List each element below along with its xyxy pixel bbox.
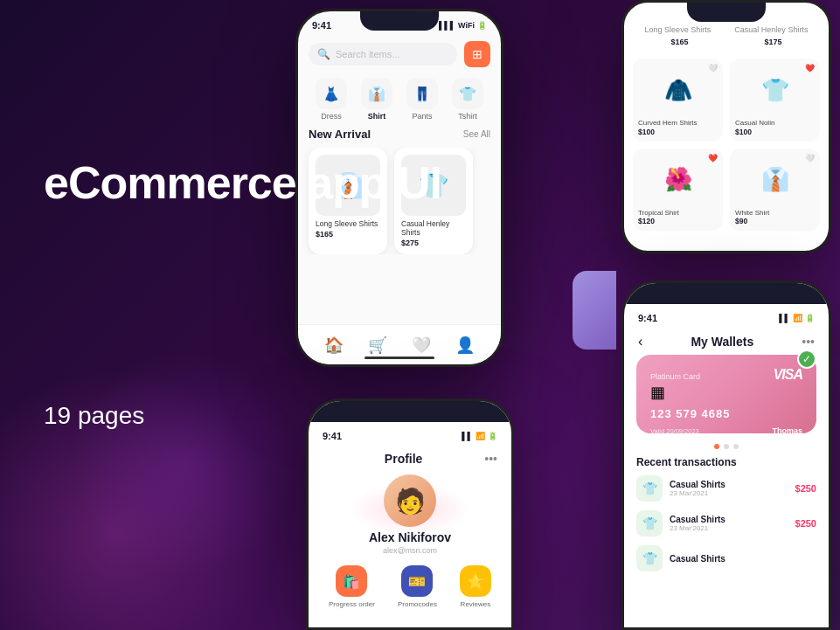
- dress-icon: 👗: [316, 78, 347, 109]
- catalog-notch: [687, 3, 766, 22]
- wallet-time: 9:41: [638, 313, 657, 323]
- catalog-image-5: 🌺: [638, 154, 718, 206]
- tx-name-2: Casual Shirts: [670, 515, 725, 524]
- catalog-card-4[interactable]: ❤️ 👕 Casual Nolin $100: [730, 59, 820, 142]
- profile-menu-icon[interactable]: •••: [484, 452, 497, 466]
- heart-icon-4[interactable]: ❤️: [805, 64, 815, 73]
- profile-email: alex@msn.com: [309, 546, 511, 555]
- promos-icon: 🎫: [401, 565, 433, 597]
- category-tshirt[interactable]: 👕 Tshirt: [452, 78, 483, 121]
- category-dress[interactable]: 👗 Dress: [316, 78, 347, 121]
- catalog-card-6[interactable]: 🤍 👔 White Shirt $90: [730, 149, 820, 232]
- profile-action-orders[interactable]: 🛍️ Progress order: [329, 565, 375, 608]
- catalog-card-5[interactable]: ❤️ 🌺 Tropical Shirt $120: [633, 149, 723, 232]
- shirt-icon: 👔: [361, 78, 392, 109]
- wallet-back-button[interactable]: ‹: [638, 334, 642, 350]
- transaction-3[interactable]: 👕 Casual Shirts: [636, 545, 816, 571]
- catalog-grid: 🤍 🧥 Curved Hem Shirts $100 ❤️ 👕 Casual N…: [624, 53, 829, 239]
- orders-label: Progress order: [329, 600, 375, 608]
- card-check-icon: ✓: [797, 350, 816, 369]
- wallet-menu-icon[interactable]: •••: [802, 335, 815, 349]
- dot-1[interactable]: [714, 444, 719, 449]
- profile-actions: 🛍️ Progress order 🎫 Promocodes ⭐ Reviewe…: [309, 562, 511, 612]
- profile-header: Profile •••: [309, 445, 511, 469]
- catalog-price-1: $165: [670, 38, 688, 46]
- tx-date-1: 23 Mar'2021: [670, 489, 725, 497]
- tx-image-3: 👕: [636, 545, 663, 571]
- card-valid: Valid 20/09/2023: [650, 427, 699, 435]
- search-input-wrap[interactable]: 🔍 Search items...: [309, 43, 457, 66]
- catalog-name-5: Tropical Shirt: [638, 209, 718, 218]
- credit-card-wrap: Platinum Card ▦ 123 579 4685 Valid 20/09…: [624, 355, 829, 440]
- credit-card[interactable]: Platinum Card ▦ 123 579 4685 Valid 20/09…: [636, 355, 816, 433]
- tx-date-2: 23 Mar'2021: [670, 524, 725, 532]
- profile-signal: ▌▌: [462, 432, 473, 440]
- phone-notch: [360, 11, 439, 31]
- dot-2[interactable]: [724, 444, 729, 449]
- wallet-status-bar: 9:41 ▌▌ 📶 🔋: [624, 304, 829, 327]
- catalog-name-6: White Shirt: [735, 209, 815, 218]
- avatar-wrap: 🧑: [309, 474, 511, 527]
- search-placeholder: Search items...: [336, 49, 399, 59]
- profile-wifi: 📶: [476, 432, 485, 440]
- tx-image-1: 👕: [636, 475, 663, 502]
- catalog-card-3[interactable]: 🤍 🧥 Curved Hem Shirts $100: [633, 59, 723, 142]
- wifi-icon: WiFi: [458, 21, 475, 30]
- wallet-wifi: 📶: [793, 314, 802, 322]
- filter-button[interactable]: ⊞: [464, 41, 490, 67]
- orders-icon: 🛍️: [336, 565, 367, 597]
- reviews-icon: ⭐: [460, 565, 491, 597]
- tx-left-1: 👕 Casual Shirts 23 Mar'2021: [636, 475, 725, 502]
- pants-icon: 👖: [406, 78, 438, 109]
- profile-action-promos[interactable]: 🎫 Promocodes: [398, 565, 437, 608]
- transactions-list: 👕 Casual Shirts 23 Mar'2021 $250 👕 Casua…: [624, 475, 829, 571]
- heart-icon-3[interactable]: 🤍: [708, 64, 718, 73]
- catalog-label-2: Casual Henley Shirts: [734, 25, 808, 34]
- phone-catalog: Long Sleeve Shirts Casual Henley Shirts …: [621, 0, 831, 253]
- profile-time: 9:41: [323, 431, 342, 441]
- wallet-header: ‹ My Wallets •••: [624, 327, 829, 355]
- tx-image-2: 👕: [636, 510, 663, 537]
- wallet-signal: ▌▌: [779, 314, 790, 322]
- search-icon: 🔍: [317, 48, 330, 60]
- catalog-price-3: $100: [638, 128, 718, 136]
- transaction-1[interactable]: 👕 Casual Shirts 23 Mar'2021 $250: [636, 475, 816, 502]
- see-all-link[interactable]: See All: [463, 129, 490, 139]
- heart-icon-5[interactable]: ❤️: [708, 154, 718, 163]
- dress-label: Dress: [321, 112, 342, 121]
- profile-action-reviews[interactable]: ⭐ Reviewes: [460, 565, 491, 608]
- status-time: 9:41: [312, 20, 331, 31]
- phone-wallet: 9:41 ▌▌ 📶 🔋 ‹ My Wallets ••• Platinum Ca…: [621, 280, 831, 630]
- shirt-label: Shirt: [368, 112, 386, 121]
- nav-profile-icon[interactable]: 👤: [455, 336, 475, 355]
- phone-profile: 9:41 ▌▌ 📶 🔋 Profile ••• 🧑 Alex Nikiforov…: [306, 398, 514, 630]
- catalog-image-4: 👕: [735, 64, 815, 116]
- partial-card: [573, 271, 616, 350]
- category-pants[interactable]: 👖 Pants: [406, 78, 438, 121]
- tx-amount-2: $250: [795, 518, 816, 529]
- catalog-price-6: $90: [735, 217, 815, 225]
- tx-info-2: Casual Shirts 23 Mar'2021: [670, 515, 725, 532]
- transaction-2[interactable]: 👕 Casual Shirts 23 Mar'2021 $250: [636, 510, 816, 537]
- catalog-label-1: Long Sleeve Shirts: [645, 25, 712, 34]
- tx-name-1: Casual Shirts: [670, 480, 725, 489]
- tx-left-2: 👕 Casual Shirts 23 Mar'2021: [636, 510, 725, 537]
- catalog-name-3: Curved Hem Shirts: [638, 119, 718, 128]
- promos-label: Promocodes: [398, 600, 437, 608]
- catalog-price-5: $120: [638, 217, 718, 225]
- category-shirt[interactable]: 👔 Shirt: [361, 78, 392, 121]
- new-arrival-header: New Arrival See All: [298, 128, 501, 148]
- profile-battery: 🔋: [488, 432, 497, 440]
- heart-icon-6[interactable]: 🤍: [805, 154, 815, 163]
- left-text-area: eCommerce app UI 19 pages: [44, 157, 441, 430]
- wallet-title: My Wallets: [691, 335, 753, 349]
- search-bar[interactable]: 🔍 Search items... ⊞: [309, 41, 490, 67]
- card-holder: Thomas: [772, 426, 802, 435]
- dot-3[interactable]: [733, 444, 739, 449]
- tx-amount-1: $250: [795, 483, 816, 494]
- transactions-title: Recent transactions: [624, 456, 829, 475]
- status-icons: ▌▌▌ WiFi 🔋: [439, 21, 487, 30]
- tx-left-3: 👕 Casual Shirts: [636, 545, 725, 571]
- battery-icon: 🔋: [477, 21, 487, 30]
- profile-title: Profile: [323, 452, 484, 466]
